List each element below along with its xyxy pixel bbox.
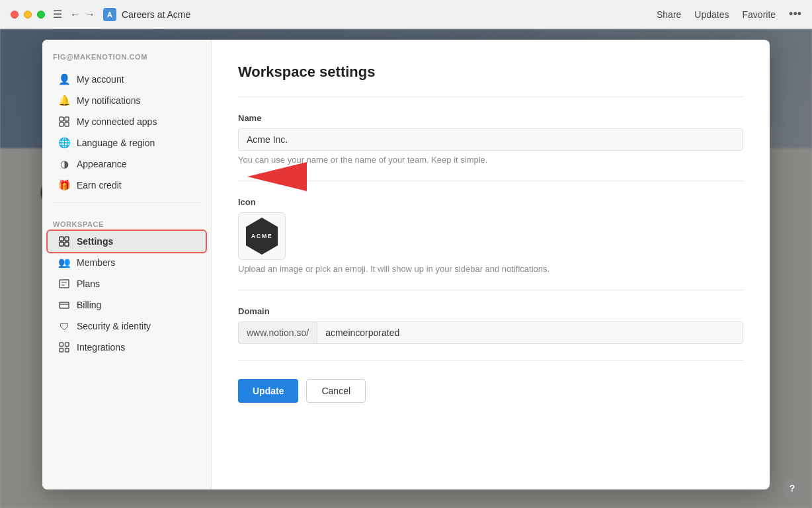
sidebar-item-label: Earn credit bbox=[77, 180, 122, 190]
share-button[interactable]: Share bbox=[657, 9, 681, 20]
account-icon: 👤 bbox=[58, 73, 70, 85]
maximize-button[interactable] bbox=[37, 11, 45, 19]
name-hint: You can use your name or the name of you… bbox=[238, 155, 743, 165]
appearance-icon: ◑ bbox=[58, 158, 70, 170]
icon-upload-area[interactable]: ACME bbox=[238, 212, 286, 260]
svg-rect-10 bbox=[60, 343, 63, 347]
workspace-settings-modal: FIG@MAKENOTION.COM 👤 My account 🔔 My not… bbox=[42, 40, 770, 489]
security-icon: 🛡 bbox=[58, 320, 70, 332]
sidebar-item-label: My connected apps bbox=[77, 116, 157, 127]
domain-prefix: www.notion.so/ bbox=[238, 321, 317, 344]
close-button[interactable] bbox=[11, 11, 19, 19]
sidebar-item-label: Plans bbox=[77, 278, 100, 289]
domain-input[interactable] bbox=[317, 321, 743, 344]
sidebar-item-label: Language & region bbox=[77, 138, 155, 148]
domain-field-group: Domain www.notion.so/ bbox=[238, 306, 743, 344]
sidebar-item-label: My account bbox=[77, 74, 124, 85]
updates-button[interactable]: Updates bbox=[694, 9, 729, 20]
divider-1 bbox=[238, 97, 743, 97]
sidebar-item-appearance[interactable]: ◑ Appearance bbox=[48, 153, 206, 175]
icon-label: Icon bbox=[238, 197, 743, 207]
sidebar-item-billing[interactable]: Billing bbox=[48, 294, 206, 316]
divider-3 bbox=[238, 290, 743, 290]
svg-rect-2 bbox=[60, 122, 63, 126]
acme-logo-text: ACME bbox=[251, 233, 273, 239]
plans-icon bbox=[58, 278, 70, 290]
svg-rect-8 bbox=[60, 280, 69, 288]
help-button[interactable]: ? bbox=[783, 479, 801, 497]
divider-4 bbox=[238, 360, 743, 360]
cancel-button[interactable]: Cancel bbox=[306, 379, 366, 403]
acme-logo-icon: ACME bbox=[243, 218, 280, 255]
traffic-lights bbox=[11, 11, 45, 19]
language-icon: 🌐 bbox=[58, 137, 70, 149]
name-label: Name bbox=[238, 113, 743, 123]
svg-rect-12 bbox=[60, 349, 63, 353]
divider-2 bbox=[238, 181, 743, 181]
members-icon: 👥 bbox=[58, 257, 70, 269]
modal-title: Workspace settings bbox=[238, 64, 743, 81]
name-input[interactable] bbox=[238, 128, 743, 151]
svg-rect-1 bbox=[65, 117, 69, 121]
sidebar-item-label: Integrations bbox=[77, 342, 125, 353]
favorite-button[interactable]: Favorite bbox=[743, 9, 776, 20]
sidebar-item-earn-credit[interactable]: 🎁 Earn credit bbox=[48, 175, 206, 196]
title-bar: ☰ ← → A Careers at Acme Share Updates Fa… bbox=[0, 0, 812, 29]
sidebar-item-my-notifications[interactable]: 🔔 My notifications bbox=[48, 90, 206, 111]
title-bar-actions: Share Updates Favorite ••• bbox=[657, 7, 801, 21]
domain-row: www.notion.so/ bbox=[238, 321, 743, 344]
settings-icon bbox=[58, 235, 70, 247]
svg-rect-4 bbox=[60, 237, 63, 241]
notifications-icon: 🔔 bbox=[58, 95, 70, 106]
sidebar-item-settings[interactable]: Settings bbox=[48, 231, 206, 252]
svg-rect-3 bbox=[65, 122, 69, 126]
icon-hint: Upload an image or pick an emoji. It wil… bbox=[238, 264, 743, 274]
sidebar-item-plans[interactable]: Plans bbox=[48, 273, 206, 294]
more-options-icon[interactable]: ••• bbox=[789, 7, 801, 21]
sidebar-item-security-identity[interactable]: 🛡 Security & identity bbox=[48, 316, 206, 337]
sidebar-divider bbox=[53, 202, 200, 203]
svg-rect-6 bbox=[60, 242, 63, 246]
settings-sidebar: FIG@MAKENOTION.COM 👤 My account 🔔 My not… bbox=[42, 40, 212, 489]
sidebar-item-label: Settings bbox=[77, 236, 113, 247]
billing-icon bbox=[58, 299, 70, 311]
page-title: Careers at Acme bbox=[122, 9, 657, 20]
workspace-section-label: WORKSPACE bbox=[42, 210, 211, 231]
forward-arrow-icon[interactable]: → bbox=[85, 9, 95, 21]
back-arrow-icon[interactable]: ← bbox=[70, 9, 81, 21]
nav-arrows: ← → bbox=[70, 9, 95, 21]
minimize-button[interactable] bbox=[24, 11, 32, 19]
sidebar-item-label: Appearance bbox=[77, 159, 127, 169]
sidebar-item-label: My notifications bbox=[77, 95, 140, 106]
svg-rect-0 bbox=[60, 117, 63, 121]
svg-rect-9 bbox=[60, 302, 69, 308]
main-content: Workspace settings Name You can use your… bbox=[212, 40, 770, 489]
connected-apps-icon bbox=[58, 116, 70, 128]
icon-field-group: Icon ACME Upload an image or pick an emo… bbox=[238, 197, 743, 274]
sidebar-item-my-connected-apps[interactable]: My connected apps bbox=[48, 111, 206, 132]
svg-rect-7 bbox=[65, 242, 69, 246]
svg-rect-11 bbox=[65, 343, 69, 347]
sidebar-item-label: Members bbox=[77, 257, 115, 268]
update-button[interactable]: Update bbox=[238, 379, 298, 403]
action-buttons: Update Cancel bbox=[238, 379, 743, 403]
sidebar-item-language-region[interactable]: 🌐 Language & region bbox=[48, 132, 206, 153]
integrations-icon bbox=[58, 341, 70, 353]
sidebar-item-members[interactable]: 👥 Members bbox=[48, 252, 206, 273]
svg-rect-13 bbox=[65, 349, 69, 353]
sidebar-user-email: FIG@MAKENOTION.COM bbox=[42, 53, 211, 69]
domain-label: Domain bbox=[238, 306, 743, 316]
sidebar-item-my-account[interactable]: 👤 My account bbox=[48, 69, 206, 90]
hamburger-icon[interactable]: ☰ bbox=[53, 8, 62, 21]
sidebar-item-label: Security & identity bbox=[77, 321, 151, 331]
sidebar-item-integrations[interactable]: Integrations bbox=[48, 337, 206, 358]
svg-rect-5 bbox=[65, 237, 69, 241]
page-icon: A bbox=[103, 8, 116, 21]
earn-credit-icon: 🎁 bbox=[58, 179, 70, 191]
sidebar-item-label: Billing bbox=[77, 300, 101, 310]
name-field-group: Name You can use your name or the name o… bbox=[238, 113, 743, 165]
